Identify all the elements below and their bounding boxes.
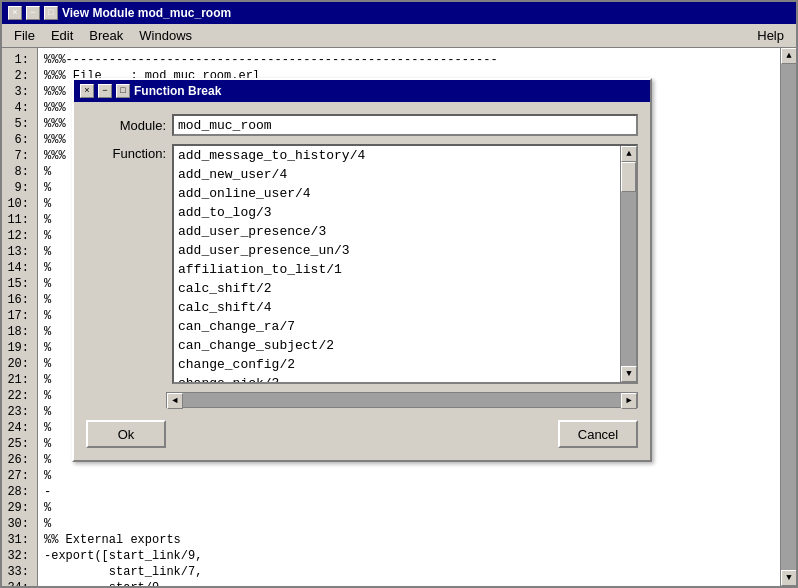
code-scrollbar: ▲ ▼ bbox=[780, 48, 796, 586]
line-number: 31: bbox=[6, 532, 33, 548]
code-line: start_link/7, bbox=[44, 564, 774, 580]
dialog-minimize-button[interactable]: − bbox=[98, 84, 112, 98]
title-bar: × − □ View Module mod_muc_room bbox=[2, 2, 796, 24]
window-maximize-button[interactable]: □ bbox=[44, 6, 58, 20]
module-input[interactable] bbox=[172, 114, 638, 136]
dialog-buttons: Ok Cancel bbox=[86, 416, 638, 448]
line-number: 3: bbox=[6, 84, 33, 100]
function-list-item[interactable]: can_change_ra/7 bbox=[174, 317, 620, 336]
line-number: 8: bbox=[6, 164, 33, 180]
line-number: 19: bbox=[6, 340, 33, 356]
line-number: 9: bbox=[6, 180, 33, 196]
window-minimize-button[interactable]: − bbox=[26, 6, 40, 20]
window-title: View Module mod_muc_room bbox=[62, 6, 231, 20]
line-number: 4: bbox=[6, 100, 33, 116]
module-label: Module: bbox=[86, 118, 166, 133]
list-scrollbar: ▲ ▼ bbox=[620, 146, 636, 382]
cancel-button[interactable]: Cancel bbox=[558, 420, 638, 448]
window-close-button[interactable]: × bbox=[8, 6, 22, 20]
line-number: 21: bbox=[6, 372, 33, 388]
line-number: 10: bbox=[6, 196, 33, 212]
title-bar-left: × − □ View Module mod_muc_room bbox=[8, 6, 231, 20]
function-list-item[interactable]: add_user_presence_un/3 bbox=[174, 241, 620, 260]
line-number: 26: bbox=[6, 452, 33, 468]
dialog-title-bar: × − □ Function Break bbox=[74, 80, 650, 102]
function-list-item[interactable]: add_user_presence/3 bbox=[174, 222, 620, 241]
dialog-body: Module: Function: add_message_to_history… bbox=[74, 102, 650, 460]
function-break-dialog: × − □ Function Break Module: Function: a… bbox=[72, 78, 652, 462]
line-number: 32: bbox=[6, 548, 33, 564]
scroll-down-button[interactable]: ▼ bbox=[781, 570, 796, 586]
code-line: % bbox=[44, 500, 774, 516]
code-line: % bbox=[44, 516, 774, 532]
code-line: %% External exports bbox=[44, 532, 774, 548]
list-scroll-thumb[interactable] bbox=[621, 162, 636, 192]
code-line: % bbox=[44, 468, 774, 484]
function-list-item[interactable]: calc_shift/2 bbox=[174, 279, 620, 298]
function-list-item[interactable]: change_config/2 bbox=[174, 355, 620, 374]
line-number: 23: bbox=[6, 404, 33, 420]
line-number: 28: bbox=[6, 484, 33, 500]
line-number: 25: bbox=[6, 436, 33, 452]
horiz-scroll-right-button[interactable]: ► bbox=[621, 393, 637, 409]
function-list-wrapper: add_message_to_history/4add_new_user/4ad… bbox=[172, 144, 638, 384]
line-number: 34: bbox=[6, 580, 33, 586]
function-label: Function: bbox=[86, 144, 166, 161]
code-line: start/9, bbox=[44, 580, 774, 586]
function-list-item[interactable]: add_online_user/4 bbox=[174, 184, 620, 203]
dialog-maximize-button[interactable]: □ bbox=[116, 84, 130, 98]
menu-help[interactable]: Help bbox=[749, 26, 792, 45]
line-number: 20: bbox=[6, 356, 33, 372]
list-scroll-up-button[interactable]: ▲ bbox=[621, 146, 637, 162]
dialog-close-button[interactable]: × bbox=[80, 84, 94, 98]
function-list-item[interactable]: change_nick/3 bbox=[174, 374, 620, 382]
scroll-up-button[interactable]: ▲ bbox=[781, 48, 796, 64]
scroll-track bbox=[781, 64, 796, 570]
code-area: 1:2:3:4:5:6:7:8:9:10:11:12:13:14:15:16:1… bbox=[2, 48, 796, 586]
horiz-scroll-track bbox=[183, 393, 621, 407]
function-list[interactable]: add_message_to_history/4add_new_user/4ad… bbox=[174, 146, 620, 382]
line-number: 27: bbox=[6, 468, 33, 484]
line-number: 18: bbox=[6, 324, 33, 340]
menu-break[interactable]: Break bbox=[81, 26, 131, 45]
horiz-scroll-left-button[interactable]: ◄ bbox=[167, 393, 183, 409]
line-number: 11: bbox=[6, 212, 33, 228]
line-number: 7: bbox=[6, 148, 33, 164]
function-list-item[interactable]: can_change_subject/2 bbox=[174, 336, 620, 355]
line-number: 30: bbox=[6, 516, 33, 532]
line-number: 15: bbox=[6, 276, 33, 292]
list-scroll-down-button[interactable]: ▼ bbox=[621, 366, 637, 382]
function-list-item[interactable]: add_to_log/3 bbox=[174, 203, 620, 222]
line-number: 13: bbox=[6, 244, 33, 260]
code-line: - bbox=[44, 484, 774, 500]
line-number: 33: bbox=[6, 564, 33, 580]
function-list-container: Function: add_message_to_history/4add_ne… bbox=[86, 144, 638, 384]
function-list-item[interactable]: add_new_user/4 bbox=[174, 165, 620, 184]
function-list-item[interactable]: add_message_to_history/4 bbox=[174, 146, 620, 165]
menu-windows[interactable]: Windows bbox=[131, 26, 200, 45]
line-number: 6: bbox=[6, 132, 33, 148]
line-number: 22: bbox=[6, 388, 33, 404]
ok-button[interactable]: Ok bbox=[86, 420, 166, 448]
line-number: 14: bbox=[6, 260, 33, 276]
menu-bar: File Edit Break Windows Help bbox=[2, 24, 796, 48]
menu-file[interactable]: File bbox=[6, 26, 43, 45]
code-line: -export([start_link/9, bbox=[44, 548, 774, 564]
module-row: Module: bbox=[86, 114, 638, 136]
line-numbers: 1:2:3:4:5:6:7:8:9:10:11:12:13:14:15:16:1… bbox=[2, 48, 38, 586]
code-line: %%%-------------------------------------… bbox=[44, 52, 774, 68]
line-number: 29: bbox=[6, 500, 33, 516]
menu-edit[interactable]: Edit bbox=[43, 26, 81, 45]
line-number: 24: bbox=[6, 420, 33, 436]
line-number: 12: bbox=[6, 228, 33, 244]
dialog-title-text: Function Break bbox=[134, 84, 221, 98]
function-list-item[interactable]: affiliation_to_list/1 bbox=[174, 260, 620, 279]
list-scroll-track bbox=[621, 162, 636, 366]
line-number: 16: bbox=[6, 292, 33, 308]
function-list-item[interactable]: calc_shift/4 bbox=[174, 298, 620, 317]
main-window: × − □ View Module mod_muc_room File Edit… bbox=[0, 0, 798, 588]
line-number: 2: bbox=[6, 68, 33, 84]
line-number: 5: bbox=[6, 116, 33, 132]
horiz-scroll: ◄ ► bbox=[166, 392, 638, 408]
dialog-title-left: × − □ Function Break bbox=[80, 84, 221, 98]
